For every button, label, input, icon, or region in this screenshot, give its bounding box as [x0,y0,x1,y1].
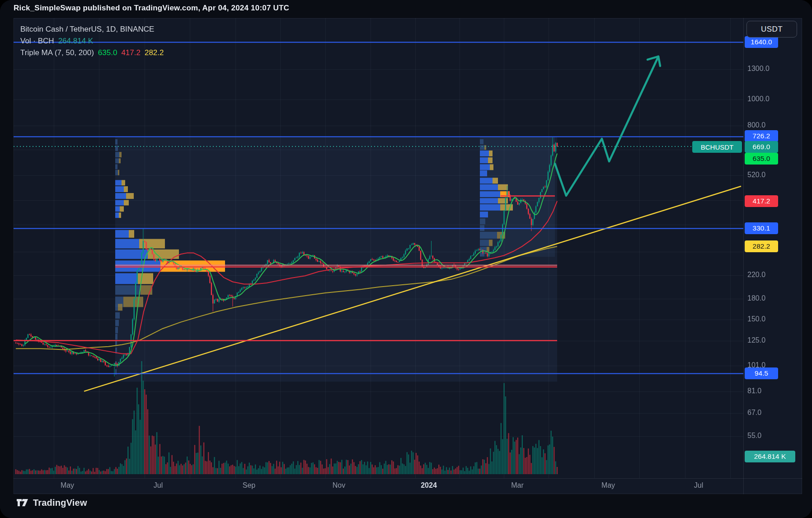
price-level-badge: 1640.0 [745,36,778,48]
price-tick-label: 1000.0 [747,95,770,103]
time-tick-label: Mar [499,481,535,490]
symbol-title: Bitcoin Cash / TetherUS, 1D, BINANCE [20,25,154,34]
price-level-badge: 417.2 [745,195,778,207]
tradingview-footer[interactable]: TradingView [16,497,87,508]
time-axis[interactable]: MayJulSepNov2024MarMayJul [14,478,802,494]
price-tick-label: 67.0 [747,409,761,417]
price-tick-label: 180.0 [747,294,765,302]
publish-bar: Rick_SimpleSwap published on TradingView… [14,4,289,13]
time-tick-label: Sep [231,481,267,490]
currency-toggle-button[interactable]: USDT [746,21,797,38]
triple-ma-label: Triple MA (7, 50, 200) [20,48,94,57]
time-tick-label: May [49,481,85,490]
publish-bar-text: Rick_SimpleSwap published on TradingView… [14,4,289,12]
price-chart-canvas[interactable] [0,0,812,518]
legend-symbol-row[interactable]: Bitcoin Cash / TetherUS, 1D, BINANCE [20,24,164,35]
price-tick-label: 1300.0 [747,65,770,73]
time-tick-label: Jul [140,481,176,490]
price-tick-label: 81.0 [747,387,761,395]
price-level-badge: 264.814 K [745,451,795,462]
legend-volume-row[interactable]: Vol · BCH 264.814 K [20,35,164,47]
price-axis[interactable]: 1300.01000.0800.0520.0220.0180.0150.0125… [743,18,802,494]
chart-legend: Bitcoin Cash / TetherUS, 1D, BINANCE Vol… [20,24,164,59]
price-tick-label: 520.0 [747,171,765,179]
legend-ma-row[interactable]: Triple MA (7, 50, 200) 635.0 417.2 282.2 [20,47,164,59]
price-tick-label: 220.0 [747,271,765,279]
symbol-price-label: BCHUSDT [692,141,742,153]
time-tick-label: 2024 [411,481,447,490]
volume-indicator-value: 264.814 K [58,37,94,46]
ma200-value: 282.2 [145,48,164,57]
price-level-badge: 94.5 [745,367,778,379]
ma7-value: 635.0 [98,48,117,57]
price-tick-label: 55.0 [747,432,761,440]
price-level-badge: 635.0 [745,153,778,165]
ma50-value: 417.2 [121,48,141,57]
time-tick-label: Jul [681,481,717,490]
price-tick-label: 800.0 [747,121,765,129]
price-tick-label: 125.0 [747,336,765,344]
price-level-badge: 282.2 [745,240,778,252]
price-level-badge: 726.2 [745,130,778,142]
time-tick-label: Nov [321,481,357,490]
price-level-badge: 669.0 [745,141,778,153]
time-tick-label: May [590,481,626,490]
volume-indicator-label: Vol · BCH [20,37,54,46]
tradingview-logo-icon [16,497,28,508]
price-tick-label: 150.0 [747,315,765,323]
tradingview-brand-text: TradingView [33,498,87,508]
tradingview-screenshot: Rick_SimpleSwap published on TradingView… [0,0,812,518]
price-level-badge: 330.1 [745,222,778,234]
